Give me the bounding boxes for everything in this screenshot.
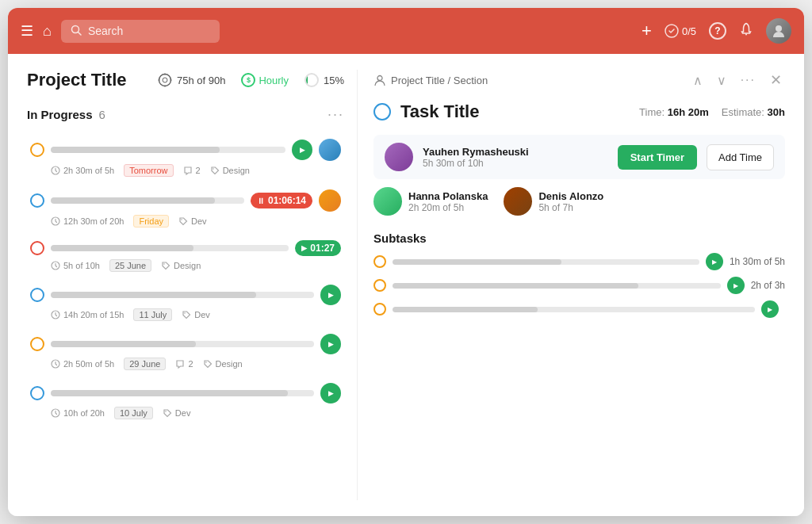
section-more-icon[interactable]: ··· (327, 106, 344, 123)
task-circle[interactable] (30, 288, 44, 302)
task-row-top: ▶ (30, 334, 341, 354)
person-icon (373, 74, 386, 86)
user-avatar[interactable] (766, 18, 791, 44)
play-button[interactable]: ▶ (292, 140, 312, 160)
hamburger-icon[interactable]: ☰ (21, 22, 33, 40)
subtask-circle[interactable] (373, 303, 386, 316)
task-row[interactable]: ▶ 14h 20m of 15h 11 July Dev (27, 278, 344, 324)
nav-up-button[interactable]: ∧ (690, 71, 706, 90)
home-icon[interactable]: ⌂ (43, 23, 52, 40)
play-button[interactable]: ▶ (320, 383, 341, 404)
task-date: Friday (133, 215, 169, 228)
header: ☰ ⌂ Search + 0/5 ? (8, 8, 804, 54)
task-row[interactable]: ⏸ 01:06:14 12h 30m of 20h Fr (27, 183, 344, 231)
task-circle[interactable] (30, 143, 44, 157)
subtask-play-button[interactable]: ▶ (706, 253, 723, 270)
subtask-bar (393, 307, 755, 312)
task-time: 10h of 20h (51, 408, 105, 418)
tasks-count: 0/5 (682, 25, 696, 37)
task-time: 2h 50m of 5h (51, 359, 114, 369)
help-icon[interactable]: ? (709, 22, 726, 40)
svg-point-6 (163, 78, 167, 82)
assignee-info-3: Denis Alonzo 5h of 7h (538, 190, 603, 213)
section-count: 6 (99, 108, 105, 121)
svg-point-10 (170, 79, 171, 81)
time-text: 12h 30m of 20h (63, 216, 124, 226)
task-circle[interactable] (30, 337, 44, 351)
more-options-button[interactable]: ··· (737, 71, 759, 89)
task-comments: 2 (175, 359, 193, 369)
assignee-item: Denis Alonzo 5h of 7h (504, 187, 603, 216)
subtask-row: ▶ 1h 30m of 5h (373, 253, 785, 270)
play-button[interactable]: ▶ (320, 285, 341, 305)
svg-point-5 (159, 75, 170, 86)
task-date: 11 July (133, 308, 172, 321)
subtask-circle[interactable] (373, 255, 386, 268)
task-time-info: Time: 16h 20m Estimate: 30h (639, 106, 785, 118)
subtask-time: 1h 30m of 5h (730, 256, 785, 267)
task-row[interactable]: ▶ 01:27 5h of 10h 25 June (27, 234, 344, 275)
svg-point-14 (181, 219, 182, 220)
tasks-badge[interactable]: 0/5 (665, 24, 696, 38)
tag-text: Dev (194, 310, 210, 319)
task-avatar (319, 139, 341, 161)
date-tag: Friday (133, 215, 169, 228)
bell-icon[interactable] (739, 22, 753, 40)
task-date: 10 July (114, 407, 153, 419)
main-content: Project Title 75h of 90h (8, 54, 804, 516)
assignee-avatar-2 (373, 187, 402, 216)
timer-value: 01:06:14 (268, 195, 306, 206)
nav-down-button[interactable]: ∨ (714, 71, 730, 90)
time-text: 2h 50m of 5h (63, 359, 114, 369)
date-tag: 25 June (109, 259, 151, 272)
estimate-label: Estimate: (722, 106, 764, 118)
tag-icon (210, 166, 220, 175)
tag-text: Design (174, 261, 201, 270)
percent-stat: 15% (304, 73, 344, 87)
subtask-bar (393, 283, 721, 289)
task-circle[interactable] (30, 241, 44, 255)
task-bar (51, 292, 314, 298)
task-status-circle[interactable] (373, 103, 391, 120)
task-row[interactable]: ▶ 2h 50m of 5h 29 June 2 (27, 327, 344, 373)
play-button[interactable]: ▶ (320, 334, 341, 354)
svg-point-7 (164, 74, 166, 75)
billing-stat: $ Hourly (241, 73, 289, 87)
task-circle[interactable] (30, 193, 44, 208)
start-timer-button[interactable]: Start Timer (618, 145, 697, 170)
close-button[interactable]: ✕ (767, 70, 785, 90)
avatar-image (766, 18, 791, 44)
project-stats: 75h of 90h $ Hourly 15% (158, 73, 344, 87)
task-row-top: ▶ (30, 285, 341, 305)
task-row[interactable]: ▶ 10h of 20h 10 July Dev (27, 377, 344, 423)
breadcrumb: Project Title / Section (373, 74, 488, 86)
hours-value: 75h of 90h (177, 75, 225, 86)
timer-badge-green: ▶ 01:27 (295, 240, 341, 256)
time-value: 16h 20m (668, 106, 709, 118)
primary-assignee-row: Yauhen Rymasheuski 5h 30m of 10h Start T… (373, 135, 785, 179)
timer-badge: ⏸ 01:06:14 (251, 193, 312, 208)
task-circle[interactable] (30, 386, 44, 400)
subtask-circle[interactable] (373, 279, 386, 292)
svg-point-8 (164, 86, 166, 87)
plus-icon[interactable]: + (642, 21, 652, 41)
tag-text: Design (223, 166, 250, 175)
task-tag: Design (210, 166, 250, 175)
search-box[interactable]: Search (61, 20, 220, 43)
date-tag: 10 July (114, 407, 153, 419)
svg-point-18 (185, 312, 186, 314)
time-text: 10h of 20h (63, 408, 105, 418)
assignee-avatar (385, 143, 413, 171)
task-row-top: ▶ (30, 139, 341, 161)
subtask-play-button[interactable]: ▶ (727, 277, 745, 294)
panel-top-bar: Project Title / Section ∧ ∨ ··· ✕ (373, 70, 785, 90)
task-row-top: ▶ 01:27 (30, 240, 341, 256)
task-comments: 2 (183, 166, 201, 175)
header-left: ☰ ⌂ Search (21, 20, 220, 43)
task-row[interactable]: ▶ 2h 30m of 5h Tomorrow (27, 132, 344, 180)
date-tag: Tomorrow (124, 164, 173, 177)
svg-point-22 (165, 411, 167, 412)
subtask-play-button[interactable]: ▶ (761, 300, 779, 318)
project-title: Project Title (27, 70, 127, 90)
add-time-button[interactable]: Add Time (707, 144, 774, 170)
